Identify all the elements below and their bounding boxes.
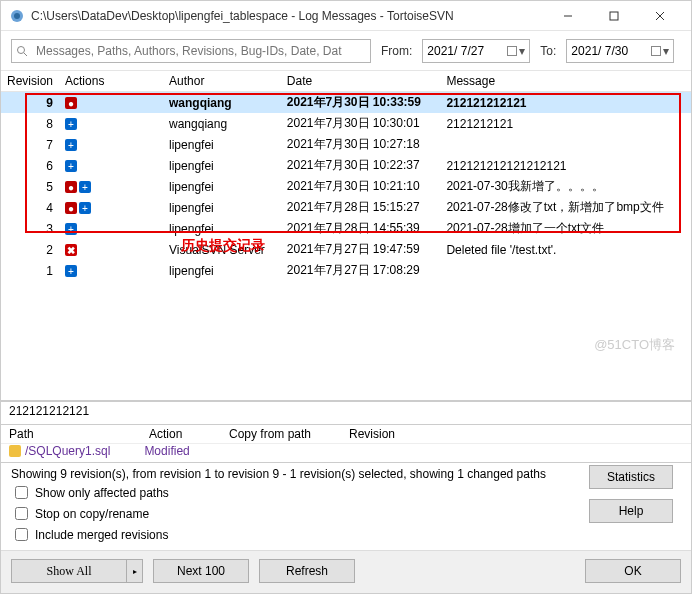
- from-date-dropdown-icon[interactable]: ▾: [507, 44, 525, 58]
- message-preview-panel[interactable]: 212121212121: [1, 401, 691, 425]
- svg-line-7: [24, 53, 27, 56]
- search-input[interactable]: [32, 40, 370, 62]
- cell-revision: 5: [1, 176, 59, 197]
- options-panel: Show only affected paths Stop on copy/re…: [1, 483, 691, 550]
- paths-row[interactable]: /SQLQuery1.sql Modified: [1, 444, 691, 458]
- col-message[interactable]: Message: [440, 71, 691, 92]
- next-100-button[interactable]: Next 100: [153, 559, 249, 583]
- col-date[interactable]: Date: [281, 71, 441, 92]
- table-row[interactable]: 3+lipengfei2021年7月28日 14:55:392021-07-28…: [1, 218, 691, 239]
- cell-date: 2021年7月30日 10:30:01: [281, 113, 441, 134]
- cell-message: [440, 260, 691, 281]
- cell-actions: +: [59, 155, 163, 176]
- paths-panel[interactable]: Path Action Copy from path Revision /SQL…: [1, 425, 691, 463]
- cell-revision: 7: [1, 134, 59, 155]
- modified-icon: ●: [65, 202, 77, 214]
- added-icon: +: [65, 223, 77, 235]
- paths-col-path[interactable]: Path: [9, 427, 129, 441]
- log-table[interactable]: Revision Actions Author Date Message 9●w…: [1, 71, 691, 281]
- maximize-button[interactable]: [591, 1, 637, 31]
- cell-author: lipengfei: [163, 218, 281, 239]
- cell-author: wangqiang: [163, 113, 281, 134]
- cell-revision: 1: [1, 260, 59, 281]
- ok-button[interactable]: OK: [585, 559, 681, 583]
- cell-actions: ✖: [59, 239, 163, 260]
- table-row[interactable]: 4●+lipengfei2021年7月28日 15:15:272021-07-2…: [1, 197, 691, 218]
- paths-col-copyfrom[interactable]: Copy from path: [229, 427, 329, 441]
- cell-message: 2121212121: [440, 113, 691, 134]
- cell-author: lipengfei: [163, 197, 281, 218]
- cell-revision: 8: [1, 113, 59, 134]
- cell-author: wangqiang: [163, 92, 281, 114]
- cell-author: lipengfei: [163, 176, 281, 197]
- col-actions[interactable]: Actions: [59, 71, 163, 92]
- cell-actions: ●+: [59, 176, 163, 197]
- log-table-area: Revision Actions Author Date Message 9●w…: [1, 71, 691, 401]
- file-icon: [9, 445, 21, 457]
- table-row[interactable]: 7+lipengfei2021年7月30日 10:27:18: [1, 134, 691, 155]
- cell-revision: 9: [1, 92, 59, 114]
- search-field[interactable]: [11, 39, 371, 63]
- cell-message: Deleted file '/test.txt'.: [440, 239, 691, 260]
- statistics-button[interactable]: Statistics: [589, 465, 673, 489]
- annotation-label: 历史提交记录: [181, 237, 265, 255]
- added-icon: +: [65, 160, 77, 172]
- cell-message: 212121212121212121: [440, 155, 691, 176]
- to-date-input[interactable]: 2021/ 7/30 ▾: [566, 39, 674, 63]
- to-label: To:: [540, 44, 556, 58]
- modified-icon: ●: [65, 181, 77, 193]
- cell-actions: +: [59, 134, 163, 155]
- close-button[interactable]: [637, 1, 683, 31]
- cell-message: 2021-07-28修改了txt，新增加了bmp文件: [440, 197, 691, 218]
- paths-header: Path Action Copy from path Revision: [1, 425, 691, 444]
- cell-date: 2021年7月30日 10:27:18: [281, 134, 441, 155]
- show-all-button[interactable]: Show All: [11, 559, 127, 583]
- table-header-row: Revision Actions Author Date Message: [1, 71, 691, 92]
- show-all-dropdown-icon[interactable]: ▸: [127, 559, 143, 583]
- minimize-button[interactable]: [545, 1, 591, 31]
- added-icon: +: [79, 202, 91, 214]
- cell-author: lipengfei: [163, 134, 281, 155]
- cell-revision: 6: [1, 155, 59, 176]
- table-row[interactable]: 5●+lipengfei2021年7月30日 10:21:102021-07-3…: [1, 176, 691, 197]
- table-row[interactable]: 8+wangqiang2021年7月30日 10:30:012121212121: [1, 113, 691, 134]
- cell-date: 2021年7月27日 17:08:29: [281, 260, 441, 281]
- cell-date: 2021年7月30日 10:22:37: [281, 155, 441, 176]
- to-date-value: 2021/ 7/30: [571, 44, 628, 58]
- check-affected-paths[interactable]: Show only affected paths: [11, 483, 681, 502]
- tortoisesvn-icon: [9, 8, 25, 24]
- refresh-button[interactable]: Refresh: [259, 559, 355, 583]
- bottom-bar: Show All ▸ Next 100 Refresh OK: [1, 550, 691, 593]
- table-row[interactable]: 2✖VisualSVN Server2021年7月27日 19:47:59Del…: [1, 239, 691, 260]
- from-label: From:: [381, 44, 412, 58]
- toolbar: From: 2021/ 7/27 ▾ To: 2021/ 7/30 ▾: [1, 31, 691, 71]
- to-date-dropdown-icon[interactable]: ▾: [651, 44, 669, 58]
- cell-author: lipengfei: [163, 260, 281, 281]
- cell-message: [440, 134, 691, 155]
- cell-actions: +: [59, 113, 163, 134]
- from-date-input[interactable]: 2021/ 7/27 ▾: [422, 39, 530, 63]
- cell-author: lipengfei: [163, 155, 281, 176]
- cell-message: 2021-07-28增加了一个txt文件: [440, 218, 691, 239]
- table-row[interactable]: 6+lipengfei2021年7月30日 10:22:372121212121…: [1, 155, 691, 176]
- added-icon: +: [79, 181, 91, 193]
- table-row[interactable]: 1+lipengfei2021年7月27日 17:08:29: [1, 260, 691, 281]
- svg-rect-3: [610, 12, 618, 20]
- cell-message: 2021-07-30我新增了。。。。: [440, 176, 691, 197]
- path-action: Modified: [144, 444, 189, 458]
- added-icon: +: [65, 139, 77, 151]
- paths-col-action[interactable]: Action: [149, 427, 209, 441]
- cell-actions: +: [59, 218, 163, 239]
- help-button[interactable]: Help: [589, 499, 673, 523]
- check-stop-on-copy[interactable]: Stop on copy/rename: [11, 504, 681, 523]
- cell-revision: 4: [1, 197, 59, 218]
- added-icon: +: [65, 265, 77, 277]
- check-include-merged[interactable]: Include merged revisions: [11, 525, 681, 544]
- col-author[interactable]: Author: [163, 71, 281, 92]
- paths-col-revision[interactable]: Revision: [349, 427, 395, 441]
- col-revision[interactable]: Revision: [1, 71, 59, 92]
- cell-actions: +: [59, 260, 163, 281]
- cell-date: 2021年7月30日 10:33:59: [281, 92, 441, 114]
- cell-message: 212121212121: [440, 92, 691, 114]
- table-row[interactable]: 9●wangqiang2021年7月30日 10:33:592121212121…: [1, 92, 691, 114]
